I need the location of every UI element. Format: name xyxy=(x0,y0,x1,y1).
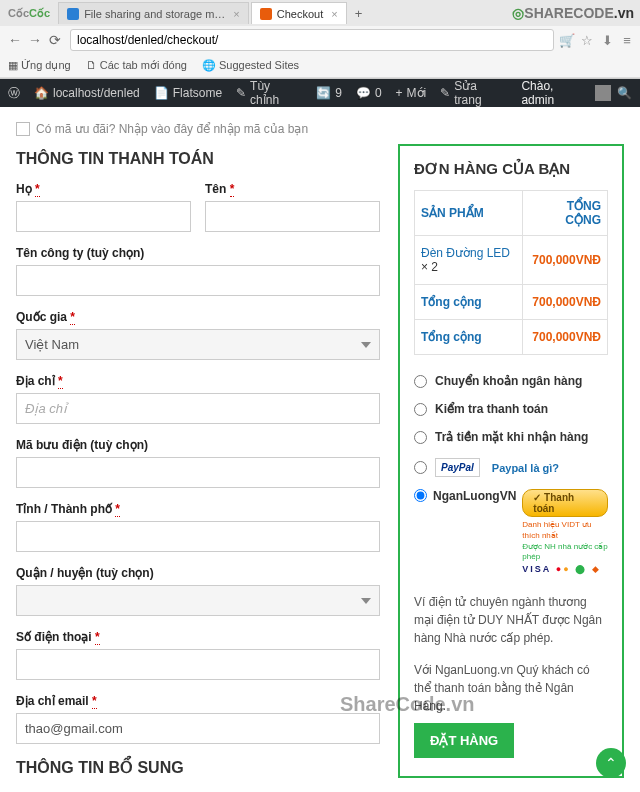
company-label: Tên công ty (tuỳ chọn) xyxy=(16,246,380,260)
table-row: Tổng cộng 700,000VNĐ xyxy=(415,285,608,320)
url-bar: ← → ⟳ 🛒 ☆ ⬇ ≡ xyxy=(0,26,640,54)
wp-logo-icon[interactable]: ⓦ xyxy=(8,85,20,102)
browser-logo: CốcCốc xyxy=(0,7,58,20)
company-input[interactable] xyxy=(16,265,380,296)
phone-label: Số điện thoại * xyxy=(16,630,380,644)
firstname-input[interactable] xyxy=(16,201,191,232)
avatar[interactable] xyxy=(595,85,611,101)
total: 700,000VNĐ xyxy=(522,320,607,355)
wp-site-link[interactable]: 🏠 localhost/denled xyxy=(34,86,140,100)
country-select[interactable]: Việt Nam xyxy=(16,329,380,360)
subtotal-label: Tổng cộng xyxy=(415,285,523,320)
browser-chrome: CốcCốc File sharing and storage m… × Che… xyxy=(0,0,640,79)
nl-promo: ✓ Thanh toán Danh hiệu VIDT ưu thích nhấ… xyxy=(522,489,608,574)
tab-1[interactable]: File sharing and storage m… × xyxy=(58,2,249,24)
additional-heading: THÔNG TIN BỔ SUNG xyxy=(16,758,380,777)
card-icons: VISA ●● ⬤ ◆ xyxy=(522,564,608,574)
item-total: 700,000VNĐ xyxy=(522,236,607,285)
menu-icon[interactable]: ≡ xyxy=(619,33,635,48)
page-content: Có mã ưu đãi? Nhập vào đây để nhập mã củ… xyxy=(0,107,640,792)
lastname-input[interactable] xyxy=(205,201,380,232)
wp-theme-link[interactable]: 📄 Flatsome xyxy=(154,86,222,100)
email-label: Địa chỉ email * xyxy=(16,694,380,708)
address-input[interactable] xyxy=(16,393,380,424)
total-label: Tổng cộng xyxy=(415,320,523,355)
email-input[interactable] xyxy=(16,713,380,744)
sharecode-watermark: ◎SHARECODE.vn xyxy=(512,5,634,21)
postcode-input[interactable] xyxy=(16,457,380,488)
new-tab-button[interactable]: + xyxy=(349,6,369,21)
radio-cod[interactable] xyxy=(414,431,427,444)
wp-search-icon[interactable]: 🔍 xyxy=(617,86,632,100)
order-column: ĐƠN HÀNG CỦA BẠN SẢN PHẨMTỔNG CỘNG Đèn Đ… xyxy=(398,144,624,792)
city-input[interactable] xyxy=(16,521,380,552)
order-table: SẢN PHẨMTỔNG CỘNG Đèn Đường LED × 2 700,… xyxy=(414,190,608,355)
closed-tabs-link[interactable]: 🗋 Các tab mới đóng xyxy=(86,59,187,72)
place-order-button[interactable]: ĐẶT HÀNG xyxy=(414,723,514,758)
order-note-2: Với NganLuong.vn Quý khách có thể thanh … xyxy=(414,661,608,715)
firstname-label: Họ * xyxy=(16,182,191,196)
favicon-icon xyxy=(67,8,79,20)
tab-title: File sharing and storage m… xyxy=(84,8,225,20)
item-name: Đèn Đường LED × 2 xyxy=(415,236,523,285)
wp-greeting[interactable]: Chào, admin xyxy=(521,79,589,107)
close-icon[interactable]: × xyxy=(233,8,239,20)
apps-button[interactable]: ▦ Ứng dụng xyxy=(8,59,71,72)
tab-strip: CốcCốc File sharing and storage m… × Che… xyxy=(0,0,640,26)
wp-new[interactable]: + Mới xyxy=(396,86,427,100)
back-icon[interactable]: ← xyxy=(5,32,25,48)
order-summary: ĐƠN HÀNG CỦA BẠN SẢN PHẨMTỔNG CỘNG Đèn Đ… xyxy=(398,144,624,778)
pay-cod[interactable]: Trả tiền mặt khi nhận hàng xyxy=(414,423,608,451)
checkbox-icon xyxy=(16,122,30,136)
billing-column: THÔNG TIN THANH TOÁN Họ * Tên * Tên công… xyxy=(16,144,380,792)
coupon-toggle[interactable]: Có mã ưu đãi? Nhập vào đây để nhập mã củ… xyxy=(16,119,624,144)
bookmark-bar: ▦ Ứng dụng 🗋 Các tab mới đóng 🌐 Suggeste… xyxy=(0,54,640,78)
city-label: Tỉnh / Thành phố * xyxy=(16,502,380,516)
lastname-label: Tên * xyxy=(205,182,380,196)
address-label: Địa chỉ * xyxy=(16,374,380,388)
radio-bank[interactable] xyxy=(414,375,427,388)
scroll-top-button[interactable]: ⌃ xyxy=(596,748,626,778)
paypal-help-link[interactable]: Paypal là gì? xyxy=(492,462,559,474)
order-heading: ĐƠN HÀNG CỦA BẠN xyxy=(414,160,608,178)
suggested-sites-link[interactable]: 🌐 Suggested Sites xyxy=(202,59,299,72)
pay-bank[interactable]: Chuyển khoản ngân hàng xyxy=(414,367,608,395)
coupon-text: Có mã ưu đãi? Nhập vào đây để nhập mã củ… xyxy=(36,122,308,136)
table-row: Tổng cộng 700,000VNĐ xyxy=(415,320,608,355)
country-label: Quốc gia * xyxy=(16,310,380,324)
wp-comments[interactable]: 💬 0 xyxy=(356,86,382,100)
tab-title: Checkout xyxy=(277,8,323,20)
wp-admin-bar: ⓦ 🏠 localhost/denled 📄 Flatsome ✎ Tùy ch… xyxy=(0,79,640,107)
close-icon[interactable]: × xyxy=(331,8,337,20)
th-product: SẢN PHẨM xyxy=(415,191,523,236)
pay-check[interactable]: Kiểm tra thanh toán xyxy=(414,395,608,423)
star-icon[interactable]: ☆ xyxy=(579,33,595,48)
forward-icon[interactable]: → xyxy=(25,32,45,48)
reload-icon[interactable]: ⟳ xyxy=(45,32,65,48)
table-row: Đèn Đường LED × 2 700,000VNĐ xyxy=(415,236,608,285)
url-input[interactable] xyxy=(70,29,554,51)
favicon-icon xyxy=(260,8,272,20)
pay-paypal[interactable]: PayPalPaypal là gì? xyxy=(414,451,608,484)
subtotal: 700,000VNĐ xyxy=(522,285,607,320)
phone-input[interactable] xyxy=(16,649,380,680)
wp-updates[interactable]: 🔄 9 xyxy=(316,86,342,100)
radio-paypal[interactable] xyxy=(414,461,427,474)
pay-nganluong[interactable]: NganLuongVN ✓ Thanh toán Danh hiệu VIDT … xyxy=(414,484,608,579)
download-icon[interactable]: ⬇ xyxy=(599,33,615,48)
district-select[interactable] xyxy=(16,585,380,616)
tab-2-active[interactable]: Checkout × xyxy=(251,2,347,24)
postcode-label: Mã bưu điện (tuỳ chọn) xyxy=(16,438,380,452)
district-label: Quận / huyện (tuỳ chọn) xyxy=(16,566,380,580)
radio-check[interactable] xyxy=(414,403,427,416)
order-note-1: Ví điện tử chuyên ngành thương mại điện … xyxy=(414,593,608,647)
paypal-icon: PayPal xyxy=(435,458,480,477)
payment-methods: Chuyển khoản ngân hàng Kiểm tra thanh to… xyxy=(414,367,608,579)
billing-heading: THÔNG TIN THANH TOÁN xyxy=(16,150,380,168)
wp-customize-link[interactable]: ✎ Tùy chỉnh xyxy=(236,79,302,107)
nl-label: NganLuongVN xyxy=(433,489,516,503)
cart-icon[interactable]: 🛒 xyxy=(559,33,575,48)
radio-nganluong[interactable] xyxy=(414,489,427,502)
wp-edit-page[interactable]: ✎ Sửa trang xyxy=(440,79,507,107)
nl-pay-badge: ✓ Thanh toán xyxy=(522,489,608,517)
